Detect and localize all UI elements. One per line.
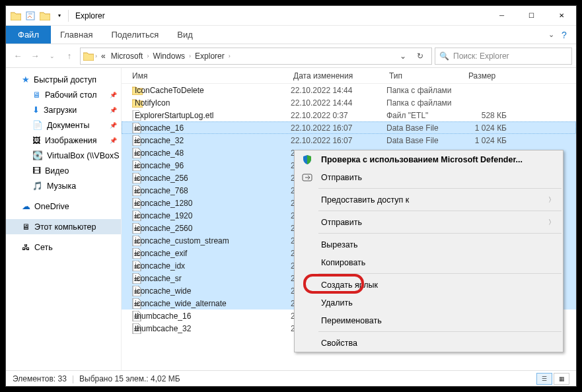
db-icon xyxy=(122,173,135,183)
submenu-arrow-icon: 〉 xyxy=(548,195,563,205)
cloud-icon: ☁ xyxy=(22,201,30,211)
file-name: thumbcache_32 xyxy=(135,324,291,333)
sidebar-desktop[interactable]: 🖥Рабочий стол📌 xyxy=(6,87,121,102)
file-name: NotifyIcon xyxy=(135,98,291,108)
qat-newfolder-icon[interactable] xyxy=(39,10,51,22)
menu-label: Удалить xyxy=(321,298,353,308)
file-row[interactable]: IconCacheToDelete22.10.2022 14:44Папка с… xyxy=(122,84,576,96)
forward-button[interactable]: → xyxy=(27,48,43,64)
pictures-icon: 🖼 xyxy=(32,136,41,145)
view-details-button[interactable]: ☰ xyxy=(536,373,552,385)
sidebar-onedrive[interactable]: ☁OneDrive xyxy=(6,199,121,214)
status-count: Элементов: 33 xyxy=(13,374,67,383)
db-icon xyxy=(122,198,135,209)
file-name: iconcache_custom_stream xyxy=(135,236,291,245)
sidebar-virtualbox[interactable]: 💽VirtualBox (\\VBoxS xyxy=(6,148,121,163)
breadcrumb-part[interactable]: Microsoft xyxy=(108,51,146,61)
sidebar-music[interactable]: 🎵Музыка xyxy=(6,178,121,193)
sidebar-documents[interactable]: 📄Документы📌 xyxy=(6,117,121,133)
view-large-button[interactable]: ▦ xyxy=(554,373,569,385)
menu-item[interactable]: Переименовать xyxy=(295,311,563,329)
recent-dropdown-icon[interactable]: ⌄ xyxy=(44,48,60,64)
col-date[interactable]: Дата изменения xyxy=(293,71,389,81)
ribbon-expand-icon[interactable]: ⌄ xyxy=(544,30,558,39)
file-type: Файл "ETL" xyxy=(386,111,466,120)
col-name[interactable]: Имя xyxy=(122,71,293,81)
menu-label: Предоставить доступ к xyxy=(321,195,409,205)
maximize-button[interactable]: ☐ xyxy=(517,6,546,26)
submenu-arrow-icon: 〉 xyxy=(548,218,563,227)
file-name: iconcache_sr xyxy=(135,274,291,283)
up-button[interactable]: ↑ xyxy=(61,48,77,64)
db-icon xyxy=(122,123,135,133)
breadcrumb-part[interactable]: Windows xyxy=(150,51,188,61)
close-button[interactable]: ✕ xyxy=(546,6,576,26)
file-name: iconcache_1280 xyxy=(135,199,291,208)
window-title: Explorer xyxy=(69,11,105,20)
sidebar-pictures[interactable]: 🖼Изображения📌 xyxy=(6,133,121,148)
breadcrumb-part[interactable]: Explorer xyxy=(192,51,227,61)
file-row[interactable]: iconcache_3222.10.2022 16:07Data Base Fi… xyxy=(122,134,576,147)
file-row[interactable]: ExplorerStartupLog.etl22.10.2022 0:37Фай… xyxy=(122,109,576,121)
db-icon xyxy=(122,311,135,321)
qat-properties-icon[interactable] xyxy=(24,10,36,22)
file-date: 22.10.2022 0:37 xyxy=(291,111,386,120)
menu-item[interactable]: Отправить xyxy=(295,168,563,186)
db-icon xyxy=(122,298,135,309)
menu-label: Проверка с использованием Microsoft Defe… xyxy=(321,155,523,164)
search-input[interactable]: 🔍 Поиск: Explorer xyxy=(435,48,572,65)
folder-icon xyxy=(83,51,94,61)
sidebar-network[interactable]: 🖧Сеть xyxy=(6,240,121,255)
menu-label: Отправить xyxy=(321,218,362,227)
menu-item[interactable]: Проверка с использованием Microsoft Defe… xyxy=(295,150,563,168)
address-bar[interactable]: › « Microsoft› Windows› Explorer› ⌄ ↻ xyxy=(80,48,432,65)
menu-item[interactable]: Свойства xyxy=(295,334,563,352)
star-icon: ★ xyxy=(22,75,30,84)
file-name: iconcache_32 xyxy=(135,136,291,145)
tab-share[interactable]: Поделиться xyxy=(102,26,168,44)
tab-file[interactable]: Файл xyxy=(6,26,51,44)
navigation-pane: ★Быстрый доступ 🖥Рабочий стол📌 ⬇Загрузки… xyxy=(6,68,122,370)
menu-item[interactable]: Предоставить доступ к〉 xyxy=(295,191,563,209)
menu-item[interactable]: Удалить xyxy=(295,294,563,311)
file-date: 22.10.2022 16:07 xyxy=(291,123,386,133)
sidebar-downloads[interactable]: ⬇Загрузки📌 xyxy=(6,102,121,117)
menu-label: Переименовать xyxy=(321,316,382,325)
monitor-icon: 🖥 xyxy=(22,222,30,232)
col-size[interactable]: Размер xyxy=(468,71,534,81)
menu-item[interactable]: Вырезать xyxy=(295,236,563,253)
db-icon xyxy=(122,135,135,146)
status-bar: Элементов: 33 | Выбрано 15 элем.: 4,02 М… xyxy=(6,370,576,386)
drive-icon: 💽 xyxy=(32,150,43,160)
help-icon[interactable]: ? xyxy=(558,30,571,40)
db-icon xyxy=(122,148,135,158)
pin-icon: 📌 xyxy=(110,107,121,114)
tab-view[interactable]: Вид xyxy=(168,26,202,44)
search-placeholder: Поиск: Explorer xyxy=(453,51,509,61)
sidebar-this-pc[interactable]: 🖥Этот компьютер xyxy=(6,219,121,234)
folder-icon xyxy=(122,98,135,108)
minimize-button[interactable]: ─ xyxy=(487,6,517,26)
address-dropdown-icon[interactable]: ⌄ xyxy=(394,51,412,61)
db-icon xyxy=(122,223,135,234)
context-menu: Проверка с использованием Microsoft Defe… xyxy=(294,150,564,352)
file-size: 1 024 КБ xyxy=(466,123,532,133)
sidebar-quick-access[interactable]: ★Быстрый доступ xyxy=(6,72,121,87)
menu-item[interactable]: Создать ярлык xyxy=(295,276,563,294)
col-type[interactable]: Тип xyxy=(389,71,468,81)
sidebar-videos[interactable]: 🎞Видео xyxy=(6,163,121,178)
file-name: iconcache_2560 xyxy=(135,224,291,233)
tab-home[interactable]: Главная xyxy=(51,26,102,44)
file-row[interactable]: iconcache_1622.10.2022 16:07Data Base Fi… xyxy=(122,121,576,134)
db-icon xyxy=(122,248,135,259)
back-button[interactable]: ← xyxy=(10,48,26,64)
documents-icon: 📄 xyxy=(32,120,43,130)
file-row[interactable]: NotifyIcon22.10.2022 14:44Папка с файлам… xyxy=(122,96,576,109)
menu-label: Отправить xyxy=(321,173,362,182)
refresh-icon[interactable]: ↻ xyxy=(412,51,429,61)
file-name: iconcache_wide xyxy=(135,286,291,296)
menu-item[interactable]: Отправить〉 xyxy=(295,213,563,231)
file-icon xyxy=(122,110,135,121)
menu-item[interactable]: Копировать xyxy=(295,253,563,271)
qat-dropdown-icon[interactable]: ▾ xyxy=(54,10,65,22)
